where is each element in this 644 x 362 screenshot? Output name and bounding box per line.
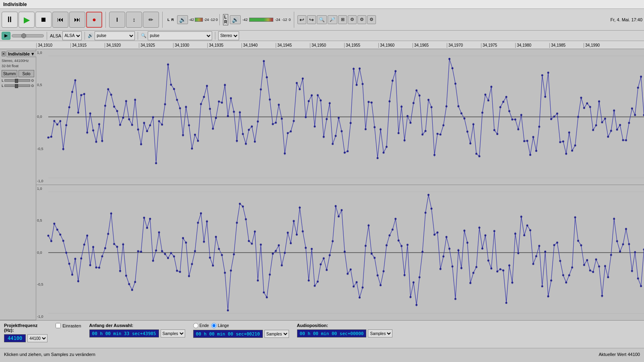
pan-thumb[interactable] — [15, 84, 18, 88]
track-panel: ✕ Indivisible ▼ Stereo, 44100Hz 32-bit f… — [0, 49, 36, 320]
ruler-tick-5: 34,1935 — [207, 43, 242, 48]
pause-button[interactable]: ⏸ — [2, 12, 18, 28]
volume-thumb[interactable] — [21, 33, 26, 38]
pb-sep2 — [85, 32, 85, 40]
pb-sep1 — [47, 32, 47, 40]
audio-pos-label: Audioposition: — [297, 323, 393, 328]
extra-btn-3[interactable]: ⚙ — [367, 15, 376, 24]
main-toolbar: ⏸ ▶ ⏹ ⏮ ⏭ ● I ↕ ✏ L R 🔊 -42 -24 — [0, 9, 644, 31]
pulse-output-select[interactable]: pulse — [148, 31, 212, 40]
ruler-tick-12: 34,1970 — [447, 43, 481, 48]
project-freq-label: Projektfrequenz(Hz): — [4, 323, 47, 333]
redo-button[interactable]: ↪ — [307, 15, 316, 24]
separator-3 — [294, 12, 294, 28]
mute-button[interactable]: Stumm — [2, 70, 17, 77]
stop-button[interactable]: ⏹ — [35, 12, 52, 28]
db-0-left: 0 — [216, 18, 218, 22]
lr-labels-left: L R — [167, 18, 174, 22]
ruler-tick-3: 34,1925 — [139, 43, 173, 48]
ende-laenge-radio-row: Ende Länge — [193, 323, 289, 328]
play-button[interactable]: ▶ — [19, 12, 35, 28]
ende-radio[interactable] — [193, 323, 198, 328]
gain-thumb[interactable] — [15, 79, 18, 83]
selection-bar: Projektfrequenz(Hz): 44100 44100 Einrast… — [0, 321, 644, 348]
einrasten-label[interactable]: Einrasten — [56, 323, 81, 328]
anfang-field-row: 00 h 00 min 33 sec+43985 Samples — [89, 329, 185, 337]
playback-play-button[interactable]: ▶ — [2, 32, 10, 40]
laenge-radio[interactable] — [211, 323, 217, 328]
playback-bar: ▶ ALSA ALSA 🔊 pulse 🔍 pulse Stereo — [0, 31, 644, 41]
db-0-right: 0 — [289, 18, 291, 22]
ruler-tick-6: 34,1940 — [242, 43, 276, 48]
ende-radio-label[interactable]: Ende — [193, 323, 209, 328]
channel-1-scale: 1,0 0,5 0,0 -0,5 -1,0 — [36, 49, 48, 185]
volume-slider[interactable] — [12, 34, 44, 37]
anfang-value: 00 h 00 min 33 sec+43985 — [89, 329, 159, 337]
anfang-unit-select[interactable]: Samples — [161, 329, 185, 337]
ende-laenge-group: Ende Länge 00 h 00 min 00 sec+00210 Samp… — [193, 323, 289, 338]
timeline-ruler: 34,1910 34,1915 34,1920 34,1925 34,1930 … — [0, 41, 644, 49]
waveform-channel-1[interactable]: 1,0 0,5 0,0 -0,5 -1,0 — [36, 49, 644, 185]
volume-icon-pb: 🔊 — [88, 33, 93, 38]
separator-1 — [105, 12, 106, 28]
envelope-tool-button[interactable]: ↕ — [126, 12, 142, 28]
bottom-area: Projektfrequenz(Hz): 44100 44100 Einrast… — [0, 320, 644, 360]
audio-pos-value: 00 h 00 min 00 sec+00000 — [297, 329, 367, 337]
clock-display: Fr, 4. Mai. 17:40 — [611, 17, 642, 22]
extra-btn-1[interactable]: ⚙ — [348, 15, 357, 24]
einrasten-checkbox[interactable] — [56, 323, 61, 328]
volume-icon-right: 🔊 — [230, 15, 241, 24]
track-info: Stereo, 44100Hz 32-bit float — [2, 58, 34, 69]
solo-button[interactable]: Solo — [19, 70, 34, 77]
ende-unit-select[interactable]: Samples — [264, 330, 289, 338]
ruler-tick-8: 34,1950 — [310, 43, 344, 48]
main-area: ✕ Indivisible ▼ Stereo, 44100Hz 32-bit f… — [0, 49, 644, 320]
record-button[interactable]: ● — [86, 12, 102, 28]
track-name-button[interactable]: Indivisible ▼ — [6, 51, 37, 57]
db-minus12-left: -12 — [210, 18, 215, 22]
fast-forward-button[interactable]: ⏭ — [69, 12, 85, 28]
ruler-tick-0: 34,1910 — [36, 43, 70, 48]
alsa-device-select[interactable]: ALSA — [62, 31, 82, 40]
laenge-radio-label[interactable]: Länge — [211, 323, 229, 328]
pan-slider[interactable] — [4, 84, 30, 87]
extra-btn-2[interactable]: ⚙ — [357, 15, 366, 24]
waveform-canvas-1[interactable] — [36, 49, 644, 185]
freq-dropdown[interactable]: 44100 — [27, 334, 47, 342]
pb-sep3 — [138, 32, 138, 40]
einrasten-group: Einrasten — [56, 323, 81, 328]
undo-button[interactable]: ↩ — [297, 15, 306, 24]
waveform-channel-2[interactable]: 1,0 0,5 0,0 -0,5 -1,0 — [36, 185, 644, 321]
ruler-tick-1: 34,1915 — [70, 43, 105, 48]
pulse-select[interactable]: pulse — [95, 31, 135, 40]
track-close-button[interactable]: ✕ — [2, 51, 6, 56]
select-tool-button[interactable]: I — [109, 12, 125, 28]
ruler-tick-13: 34,1975 — [481, 43, 515, 48]
history-tools: ↩ ↪ 🔍 🔎 ⊞ ⚙ ⚙ ⚙ — [297, 15, 376, 24]
audio-unit-select[interactable]: Samples — [368, 329, 392, 337]
rewind-button[interactable]: ⏮ — [52, 12, 68, 28]
stereo-select[interactable]: Stereo — [218, 31, 239, 40]
anfang-group: Anfang der Auswahl: 00 h 00 min 33 sec+4… — [89, 323, 185, 337]
pan-knob-icon[interactable]: ⊙ — [31, 84, 34, 88]
level-meter-right — [249, 18, 273, 22]
track-header-ch1: ✕ Indivisible ▼ Stereo, 44100Hz 32-bit f… — [0, 49, 36, 320]
volume-icon-left: 🔊 — [177, 15, 188, 24]
transport-controls: ⏸ ▶ ⏹ ⏮ ⏭ ● — [2, 12, 102, 28]
status-right-text: Aktueller Wert 44100 — [599, 352, 640, 357]
zoom-fit-button[interactable]: ⊞ — [338, 15, 347, 24]
draw-tool-button[interactable]: ✏ — [143, 12, 159, 28]
waveform-area[interactable]: 1,0 0,5 0,0 -0,5 -1,0 1,0 0,5 0,0 -0,5 -… — [36, 49, 644, 320]
ruler-tick-2: 34,1920 — [105, 43, 139, 48]
anfang-label: Anfang der Auswahl: — [89, 323, 185, 328]
zoom-out-button[interactable]: 🔎 — [328, 15, 337, 24]
zoom-in-button[interactable]: 🔍 — [317, 15, 327, 24]
status-bar: Klicken und ziehen, um Samples zu veränd… — [0, 348, 644, 360]
waveform-canvas-2[interactable] — [36, 185, 644, 321]
gain-knob-icon[interactable]: ⊙ — [31, 78, 34, 82]
ruler-tick-15: 34,1985 — [549, 43, 584, 48]
db-minus24-left: -24 — [204, 18, 209, 22]
gain-slider[interactable] — [4, 79, 30, 82]
db-minus12-right: -12 — [282, 18, 287, 22]
project-freq-value: 44100 — [4, 334, 26, 342]
